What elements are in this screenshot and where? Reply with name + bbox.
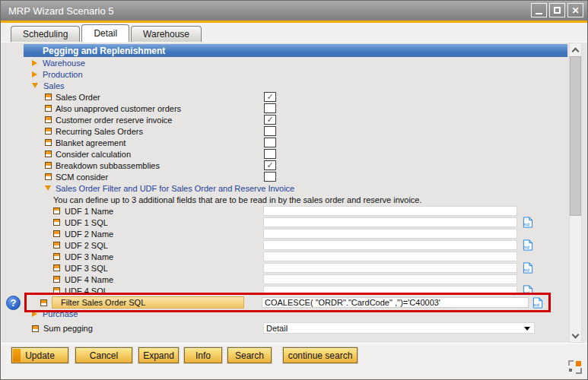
checkbox[interactable]: ✓: [264, 149, 276, 159]
checkbox[interactable]: ✓: [264, 115, 276, 125]
action-button[interactable]: Update: [11, 347, 68, 363]
checkbox[interactable]: ✓: [264, 126, 276, 136]
action-button[interactable]: Expand: [138, 347, 179, 363]
sum-pegging-label: Sum pegging: [43, 324, 93, 333]
form-item-icon: [53, 264, 60, 271]
udf-rows: UDF 1 Name UDF 1 SQL sql UDF 2 Name UDF …: [2, 205, 586, 296]
tab-warehouse[interactable]: Warehouse: [131, 26, 202, 42]
tree-item-label: UDF 3 Name: [65, 252, 113, 261]
window-title: MRP Wizard Scenario 5: [8, 5, 113, 17]
expand-arrow-icon[interactable]: [32, 71, 37, 78]
svg-text:sql: sql: [524, 245, 529, 249]
tree-item-label: UDF 4 Name: [65, 275, 113, 284]
filter-sql-input[interactable]: COALESCE( "ORDR"."CardCode" ,'')='C40003…: [262, 297, 529, 308]
form-item-icon: [45, 139, 52, 146]
close-icon: ✕: [571, 6, 579, 15]
checkbox[interactable]: ✓: [264, 92, 276, 102]
udf-input[interactable]: [263, 263, 517, 273]
maximize-button[interactable]: [549, 3, 565, 17]
udf-input[interactable]: [263, 217, 517, 227]
sql-icon[interactable]: sql: [532, 297, 544, 309]
help-icon[interactable]: ?: [6, 296, 21, 310]
tab-scheduling[interactable]: Scheduling: [11, 26, 80, 42]
collapse-arrow-icon[interactable]: [32, 83, 38, 88]
tree-node-label[interactable]: Sales: [43, 81, 65, 90]
udf-input[interactable]: [263, 206, 517, 216]
udf-input[interactable]: [263, 229, 517, 239]
tree-node-sales: Sales: [2, 80, 586, 91]
action-button[interactable]: Info: [184, 347, 222, 363]
udf-row: UDF 2 Name: [2, 228, 586, 239]
close-button[interactable]: ✕: [567, 3, 583, 17]
checkbox[interactable]: ✓: [264, 138, 276, 147]
udf-description-text: You can define up to 3 additional fields…: [53, 195, 422, 204]
tree-checkbox-row: Blanket agreement ✓: [2, 137, 586, 148]
form-item-icon: [45, 150, 52, 157]
sum-pegging-dropdown[interactable]: Detail: [263, 322, 535, 334]
button-bar: Update Cancel Expand Info Search continu…: [11, 347, 358, 363]
sql-icon[interactable]: sql: [522, 262, 534, 274]
tree-item-label: Breakdown subbassemblies: [56, 161, 160, 170]
chevron-up-icon: [572, 47, 580, 55]
minimize-button[interactable]: [531, 3, 547, 17]
sum-pegging-row: Sum pegging Detail: [2, 322, 586, 334]
udf-row: UDF 2 SQL sql: [2, 239, 586, 251]
tree-item-label: SCM consider: [56, 173, 108, 182]
checkbox-check: ✓: [266, 93, 273, 101]
action-button[interactable]: continue search: [283, 347, 358, 363]
tree-item-label: UDF 2 SQL: [65, 241, 108, 250]
tree-node-label[interactable]: Production: [43, 70, 83, 79]
collapse-arrow-icon[interactable]: [45, 185, 51, 191]
form-item-icon: [32, 325, 39, 332]
tree-checkbox-row: Customer order reserve invoice ✓: [2, 114, 586, 125]
checkbox[interactable]: ✓: [264, 103, 276, 113]
tree-checkbox-row: Breakdown subbassemblies ✓: [2, 160, 586, 171]
section-header-label: Pegging and Replenishment: [43, 46, 165, 56]
scrollbar-thumb[interactable]: [570, 56, 581, 216]
sql-icon[interactable]: sql: [522, 239, 534, 251]
section-header: Pegging and Replenishment: [24, 44, 567, 57]
sql-icon[interactable]: sql: [522, 217, 534, 228]
resize-grip-icon[interactable]: [568, 360, 582, 374]
button-label: continue search: [288, 350, 353, 361]
scroll-down-button[interactable]: [570, 330, 581, 342]
form-item-icon: [45, 116, 52, 123]
scroll-up-button[interactable]: [570, 43, 581, 55]
button-label: Expand: [143, 350, 174, 361]
action-button[interactable]: Cancel: [75, 347, 132, 363]
action-button[interactable]: Search: [227, 347, 272, 363]
sum-pegging-value: Detail: [266, 324, 288, 333]
udf-description: You can define up to 3 additional fields…: [2, 194, 586, 205]
svg-text:sql: sql: [534, 302, 539, 306]
tree-item-label: Recurring Sales Orders: [56, 127, 143, 136]
tree-node-label[interactable]: Warehouse: [43, 59, 85, 68]
tree-item-label: Customer order reserve invoice: [56, 116, 172, 125]
form-item-icon: [40, 299, 47, 306]
checkbox-check: ✓: [266, 116, 273, 124]
form-item-icon: [45, 128, 52, 135]
udf-input[interactable]: [263, 274, 517, 284]
title-bar[interactable]: MRP Wizard Scenario 5 ✕: [1, 1, 587, 21]
expand-arrow-icon[interactable]: [32, 60, 37, 66]
tree-checkbox-row: Sales Order ✓: [2, 91, 586, 103]
tab-detail[interactable]: Detail: [81, 24, 129, 42]
tree-checkbox-row: Recurring Sales Orders ✓: [2, 125, 586, 137]
chevron-down-icon: [524, 327, 530, 331]
tree-node-filter-section: Sales Order Filter and UDF for Sales Ord…: [2, 182, 586, 194]
checkbox[interactable]: ✓: [264, 172, 276, 182]
tree-item-label: UDF 2 Name: [65, 230, 113, 239]
udf-input[interactable]: [263, 240, 517, 250]
tab-strip: Scheduling Detail Warehouse: [1, 23, 587, 42]
svg-text:sql: sql: [524, 268, 529, 272]
tree-item-label: Also unapproved customer orders: [56, 104, 181, 113]
udf-input[interactable]: [263, 252, 517, 261]
tree-item-label: UDF 3 SQL: [65, 264, 108, 273]
tree-node-label[interactable]: Sales Order Filter and UDF for Sales Ord…: [56, 184, 294, 193]
minimize-icon: [536, 13, 542, 14]
vertical-scrollbar[interactable]: [569, 43, 582, 343]
checkbox[interactable]: ✓: [264, 160, 276, 170]
checkbox-check: ✓: [266, 161, 273, 169]
button-label: Cancel: [90, 350, 118, 361]
form-item-icon: [53, 230, 60, 237]
form-item-icon: [45, 105, 52, 112]
